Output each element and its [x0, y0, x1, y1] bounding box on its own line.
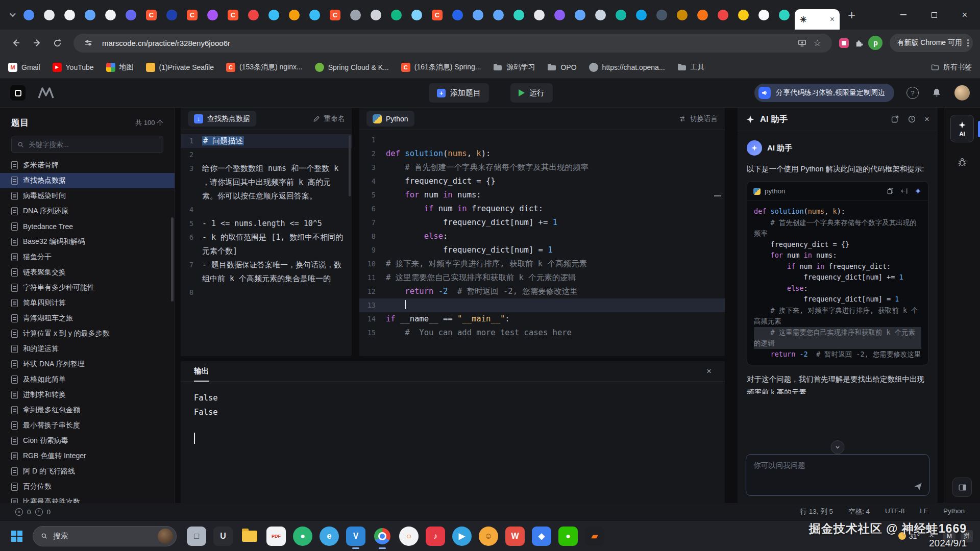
wps-icon[interactable]: W: [505, 527, 525, 546]
tab-favicon[interactable]: [371, 10, 381, 20]
bookmark-item[interactable]: 地图: [106, 63, 134, 72]
pdf-reader-icon[interactable]: PDF: [266, 527, 286, 546]
tab-favicon[interactable]: [554, 10, 565, 20]
switch-language-button[interactable]: 切换语言: [678, 114, 718, 123]
problem-list-item[interactable]: 简单四则计算: [0, 295, 175, 311]
jetbrains-toolbox-icon[interactable]: ▰: [585, 527, 604, 546]
window-app-icon[interactable]: □: [187, 527, 206, 546]
user-avatar[interactable]: [954, 85, 970, 101]
description-body[interactable]: 1# 问题描述2 3给你一个整数数组 nums 和一个整数 k ，请你返回其中出…: [181, 130, 352, 356]
bookmark-item[interactable]: ▶YouTube: [53, 63, 94, 72]
tab-favicon[interactable]: [289, 10, 300, 20]
ai-magic-icon[interactable]: [914, 187, 922, 195]
bookmark-item[interactable]: (1)Private Seafile: [146, 63, 214, 72]
scroll-to-bottom-button[interactable]: [831, 440, 845, 454]
search-input[interactable]: [29, 141, 158, 148]
extension-pink-icon[interactable]: [839, 38, 849, 48]
history-icon[interactable]: [908, 115, 916, 123]
problem-tab[interactable]: ↓ 查找热点数据: [188, 111, 256, 127]
tab-favicon[interactable]: [166, 10, 177, 20]
tab-favicon[interactable]: [697, 10, 708, 20]
tab-favicon[interactable]: C: [146, 10, 157, 20]
problem-list-item[interactable]: 青海湖租车之旅: [0, 311, 175, 326]
tab-favicon[interactable]: [758, 10, 769, 20]
tab-favicon[interactable]: [268, 10, 279, 20]
promo-banner[interactable]: 分享代码练习体验,领限量定制周边: [754, 84, 894, 102]
app-u-icon[interactable]: U: [213, 527, 233, 546]
sidebar-scrollbar[interactable]: [171, 217, 174, 302]
insert-code-icon[interactable]: [900, 187, 908, 195]
tab-favicon[interactable]: C: [330, 10, 340, 20]
bookmark-item[interactable]: C(153条消息) nginx...: [226, 63, 303, 72]
search-highlight-image[interactable]: [158, 529, 173, 544]
music-app-icon[interactable]: ♪: [426, 527, 445, 546]
chrome-icon[interactable]: [373, 527, 392, 546]
collapse-panel-button[interactable]: [952, 478, 972, 497]
problem-list-item[interactable]: 病毒感染时间: [0, 188, 175, 204]
problem-list-item[interactable]: 链表聚集交换: [0, 265, 175, 280]
tab-favicon[interactable]: [452, 10, 463, 20]
tab-favicon[interactable]: [718, 10, 728, 20]
debug-tool-button[interactable]: [952, 152, 972, 172]
ai-close-icon[interactable]: ×: [924, 114, 929, 124]
tab-favicon[interactable]: [105, 10, 116, 20]
green-notes-app-icon[interactable]: ●: [293, 527, 312, 546]
tab-favicon[interactable]: [656, 10, 667, 20]
marscode-logo-icon[interactable]: [37, 86, 55, 99]
tab-favicon[interactable]: [595, 10, 606, 20]
tab-favicon[interactable]: [575, 10, 585, 20]
problem-list-item[interactable]: RGB 色值转 Integer: [0, 448, 175, 464]
bookmark-item[interactable]: 源码学习: [493, 63, 535, 72]
add-problem-button[interactable]: + 添加题目: [429, 83, 489, 103]
language-tab[interactable]: Python: [366, 111, 414, 127]
ai-code-block[interactable]: def solution(nums, k): # 首先创建一个字典来存储每个数字…: [747, 201, 928, 365]
bookmark-item[interactable]: Spring Cloud & K...: [315, 63, 389, 72]
tab-favicon[interactable]: [248, 10, 259, 20]
bookmark-item[interactable]: 工具: [677, 63, 705, 72]
problem-list-item[interactable]: 阿 D 的飞行路线: [0, 464, 175, 479]
help-icon[interactable]: ?: [906, 87, 919, 99]
site-settings-icon[interactable]: [81, 35, 96, 51]
tab-favicon[interactable]: C: [187, 10, 198, 20]
edge-browser-icon[interactable]: e: [320, 527, 339, 546]
close-button[interactable]: ×: [949, 0, 980, 30]
problem-list-item[interactable]: 和的逆运算: [0, 341, 175, 357]
problem-search[interactable]: [11, 136, 163, 153]
app-logo-icon[interactable]: [10, 85, 26, 101]
tab-favicon[interactable]: C: [432, 10, 443, 20]
file-explorer-icon[interactable]: [240, 527, 259, 546]
editor-scrollbar[interactable]: [714, 195, 721, 196]
problem-list-item[interactable]: 字符串有多少种可能性: [0, 280, 175, 295]
code-editor-body[interactable]: 12def solution(nums, k):3 # 首先创建一个字典来存储每…: [359, 130, 725, 356]
tab-favicon[interactable]: C: [228, 10, 238, 20]
bookmark-item[interactable]: OPO: [547, 63, 576, 72]
white-app-icon[interactable]: ○: [399, 527, 419, 546]
active-tab[interactable]: ✳ ×: [795, 9, 840, 30]
vscode-icon[interactable]: V: [346, 527, 365, 546]
bookmark-item[interactable]: https://chat.opena...: [589, 63, 665, 72]
tab-favicon[interactable]: [473, 10, 483, 20]
telegram-icon[interactable]: ▶: [452, 527, 472, 546]
tab-favicon[interactable]: [513, 10, 524, 20]
tab-favicon[interactable]: [207, 10, 218, 20]
tab-close-icon[interactable]: ×: [830, 15, 835, 24]
tab-favicon[interactable]: [391, 10, 402, 20]
problem-list-item[interactable]: 最小替换子串长度: [0, 418, 175, 433]
output-tab[interactable]: 输出: [194, 366, 209, 376]
problem-list-item[interactable]: 百分位数: [0, 479, 175, 494]
problem-list-item[interactable]: 计算位置 x 到 y 的最多步数: [0, 326, 175, 341]
bell-icon[interactable]: [931, 87, 942, 98]
tab-favicon[interactable]: [677, 10, 688, 20]
problem-list-item[interactable]: Cion 勒索病毒: [0, 433, 175, 448]
run-button[interactable]: 运行: [510, 83, 553, 103]
tab-favicon[interactable]: [779, 10, 790, 20]
problem-list-item[interactable]: DNA 序列还原: [0, 204, 175, 219]
maximize-button[interactable]: [919, 0, 949, 30]
tab-favicon[interactable]: [738, 10, 749, 20]
copy-icon[interactable]: [887, 187, 894, 195]
all-bookmarks-button[interactable]: 所有书签: [931, 63, 972, 72]
tray-icon[interactable]: 拼: [961, 530, 973, 542]
tray-icon[interactable]: M: [943, 530, 955, 542]
problem-list-item[interactable]: 查找热点数据: [0, 173, 175, 188]
profile-avatar[interactable]: p: [868, 36, 883, 50]
